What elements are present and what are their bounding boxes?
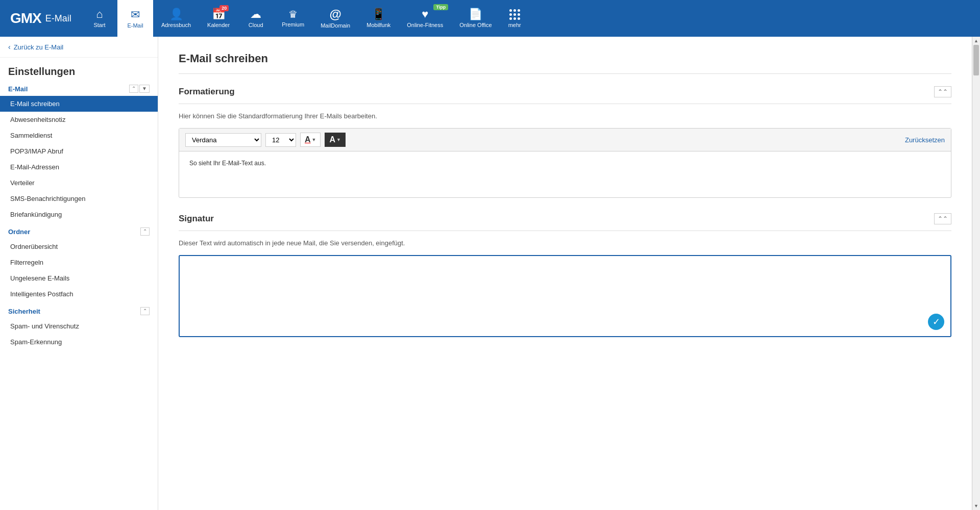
back-arrow-icon: ‹ bbox=[8, 43, 11, 51]
nav-item-start[interactable]: ⌂ Start bbox=[82, 0, 117, 37]
grid-icon bbox=[509, 9, 520, 20]
nav-item-mobilfunk[interactable]: 📱 Mobilfunk bbox=[358, 0, 399, 37]
sidebar-item-abwesenheitsnotiz[interactable]: Abwesenheitsnotiz bbox=[0, 112, 158, 128]
signature-confirm-button[interactable]: ✓ bbox=[928, 314, 944, 330]
section-controls-ordner: ⌃ bbox=[140, 227, 150, 236]
formatierung-heading: Formatierung bbox=[179, 87, 235, 97]
nav-item-maildomain[interactable]: @ MailDomain bbox=[312, 0, 358, 37]
signatur-section: Signatur ⌃⌃ Dieser Text wird automatisch… bbox=[179, 213, 951, 337]
sidebar-item-ungelesene-emails[interactable]: Ungelesene E-Mails bbox=[0, 270, 158, 286]
sidebar-section-ordner: Ordner ⌃ Ordnerübersicht Filterregeln Un… bbox=[0, 224, 158, 302]
font-color-button[interactable]: A ▼ bbox=[300, 133, 321, 147]
sidebar-section-sicherheit-title: Sicherheit bbox=[8, 308, 40, 315]
font-size-select[interactable]: 8 10 12 14 16 18 bbox=[265, 133, 296, 147]
sidebar-item-pop3imap[interactable]: POP3/IMAP Abruf bbox=[0, 143, 158, 159]
nav-label-kalender: Kalender bbox=[207, 22, 230, 28]
logo-area: GMX E-Mail bbox=[0, 0, 82, 37]
sidebar-item-verteiler[interactable]: Verteiler bbox=[0, 175, 158, 191]
signatur-heading: Signatur bbox=[179, 214, 214, 224]
gmx-logo: GMX bbox=[10, 10, 41, 27]
nav-label-start: Start bbox=[93, 22, 105, 28]
sidebar-section-email: E-Mail ⌃ ▼ E-Mail schreiben Abwesenheits… bbox=[0, 82, 158, 222]
sidebar-section-email-header: E-Mail ⌃ ▼ bbox=[0, 82, 158, 96]
nav-item-online-fitness[interactable]: ♥ Online-Fitness Tipp bbox=[399, 0, 451, 37]
calendar-badge: 20 bbox=[219, 5, 229, 11]
sidebar-section-ordner-header: Ordner ⌃ bbox=[0, 224, 158, 239]
sidebar-item-filterregeln[interactable]: Filterregeln bbox=[0, 254, 158, 270]
nav-item-premium[interactable]: ♛ Premium bbox=[274, 0, 312, 37]
sidebar-back-label: Zurück zu E-Mail bbox=[14, 43, 64, 51]
scroll-up-arrow[interactable]: ▲ bbox=[972, 37, 980, 45]
tipp-badge: Tipp bbox=[433, 4, 448, 10]
font-highlight-a-icon: A bbox=[329, 135, 335, 144]
section-controls-sicherheit: ⌃ bbox=[140, 307, 150, 315]
nav-item-adressbuch[interactable]: 👤 Adressbuch bbox=[153, 0, 199, 37]
sidebar-section-sicherheit-header: Sicherheit ⌃ bbox=[0, 304, 158, 318]
section-collapse-sicherheit[interactable]: ⌃ bbox=[140, 307, 150, 315]
home-icon: ⌂ bbox=[96, 8, 103, 21]
top-navigation: GMX E-Mail ⌂ Start ✉ E-Mail 👤 Adressbuch… bbox=[0, 0, 980, 37]
mobile-icon: 📱 bbox=[372, 8, 385, 21]
font-highlight-button[interactable]: A ▼ bbox=[325, 133, 345, 147]
formatierung-header: Formatierung ⌃⌃ bbox=[179, 86, 951, 104]
reset-link[interactable]: Zurücksetzen bbox=[905, 136, 945, 144]
signature-box[interactable]: ✓ bbox=[179, 255, 951, 337]
sidebar-item-email-schreiben[interactable]: E-Mail schreiben bbox=[0, 96, 158, 112]
section-scroll-email[interactable]: ▼ bbox=[139, 85, 150, 93]
nav-label-adressbuch: Adressbuch bbox=[161, 22, 191, 28]
sidebar-section-ordner-title: Ordner bbox=[8, 228, 30, 236]
main-content: E-Mail schreiben Formatierung ⌃⌃ Hier kö… bbox=[158, 37, 972, 510]
nav-label-online-fitness: Online-Fitness bbox=[407, 22, 443, 28]
sidebar-item-briefankuendigung[interactable]: Briefankündigung bbox=[0, 207, 158, 222]
format-box: Verdana Arial Times New Roman 8 10 12 14… bbox=[179, 128, 951, 198]
sidebar-item-sammeldienst[interactable]: Sammeldienst bbox=[0, 128, 158, 143]
scroll-track[interactable] bbox=[972, 45, 980, 502]
section-collapse-ordner[interactable]: ⌃ bbox=[140, 227, 150, 236]
nav-label-online-office: Online Office bbox=[459, 22, 492, 28]
nav-label-mobilfunk: Mobilfunk bbox=[366, 22, 390, 28]
signatur-header: Signatur ⌃⌃ bbox=[179, 213, 951, 231]
sidebar-section-sicherheit: Sicherheit ⌃ Spam- und Virenschutz Spam-… bbox=[0, 304, 158, 350]
section-collapse-email[interactable]: ⌃ bbox=[129, 85, 138, 93]
formatierung-description: Hier können Sie die Standardformatierung… bbox=[179, 112, 951, 120]
scroll-thumb[interactable] bbox=[973, 45, 979, 75]
signatur-collapse-button[interactable]: ⌃⌃ bbox=[934, 213, 951, 224]
scrollbar: ▲ ▼ bbox=[972, 37, 980, 510]
nav-item-online-office[interactable]: 📄 Online Office bbox=[451, 0, 500, 37]
nav-item-mehr[interactable]: mehr bbox=[500, 0, 529, 37]
nav-item-email[interactable]: ✉ E-Mail bbox=[117, 0, 153, 37]
font-highlight-dropdown-icon: ▼ bbox=[336, 137, 341, 142]
nav-label-premium: Premium bbox=[282, 21, 304, 28]
checkmark-icon: ✓ bbox=[933, 316, 940, 327]
nav-label-email: E-Mail bbox=[127, 22, 143, 29]
contact-icon: 👤 bbox=[169, 8, 183, 21]
crown-icon: ♛ bbox=[288, 8, 298, 20]
sidebar: ‹ Zurück zu E-Mail Einstellungen E-Mail … bbox=[0, 37, 158, 510]
sidebar-item-spam-erkennung[interactable]: Spam-Erkennung bbox=[0, 334, 158, 350]
main-layout: ‹ Zurück zu E-Mail Einstellungen E-Mail … bbox=[0, 37, 980, 510]
nav-label-maildomain: MailDomain bbox=[321, 22, 350, 29]
formatierung-section: Formatierung ⌃⌃ Hier können Sie die Stan… bbox=[179, 86, 951, 198]
sidebar-title: Einstellungen bbox=[0, 58, 158, 82]
nav-label-mehr: mehr bbox=[508, 22, 521, 28]
sidebar-item-intelligentes-postfach[interactable]: Intelligentes Postfach bbox=[0, 286, 158, 302]
sidebar-item-sms-benachrichtigungen[interactable]: SMS-Benachrichtigungen bbox=[0, 191, 158, 207]
font-color-a-icon: A bbox=[305, 135, 311, 144]
sidebar-section-email-title: E-Mail bbox=[8, 85, 28, 93]
email-icon: ✉ bbox=[131, 8, 140, 21]
nav-label-cloud: Cloud bbox=[249, 22, 263, 28]
sidebar-item-spam-virenschutz[interactable]: Spam- und Virenschutz bbox=[0, 318, 158, 334]
format-toolbar: Verdana Arial Times New Roman 8 10 12 14… bbox=[179, 129, 951, 151]
scroll-down-arrow[interactable]: ▼ bbox=[972, 502, 980, 510]
fitness-icon: ♥ bbox=[422, 8, 428, 21]
sidebar-back-button[interactable]: ‹ Zurück zu E-Mail bbox=[0, 37, 158, 58]
font-family-select[interactable]: Verdana Arial Times New Roman bbox=[185, 133, 261, 147]
app-title: E-Mail bbox=[45, 13, 71, 24]
sidebar-item-ordneruebersicht[interactable]: Ordnerübersicht bbox=[0, 239, 158, 254]
nav-item-kalender[interactable]: 📅 Kalender 20 bbox=[199, 0, 238, 37]
formatierung-collapse-button[interactable]: ⌃⌃ bbox=[934, 86, 951, 97]
signature-textarea[interactable] bbox=[186, 262, 944, 328]
nav-item-cloud[interactable]: ☁ Cloud bbox=[238, 0, 274, 37]
sidebar-item-email-adressen[interactable]: E-Mail-Adressen bbox=[0, 159, 158, 175]
office-icon: 📄 bbox=[469, 8, 482, 21]
